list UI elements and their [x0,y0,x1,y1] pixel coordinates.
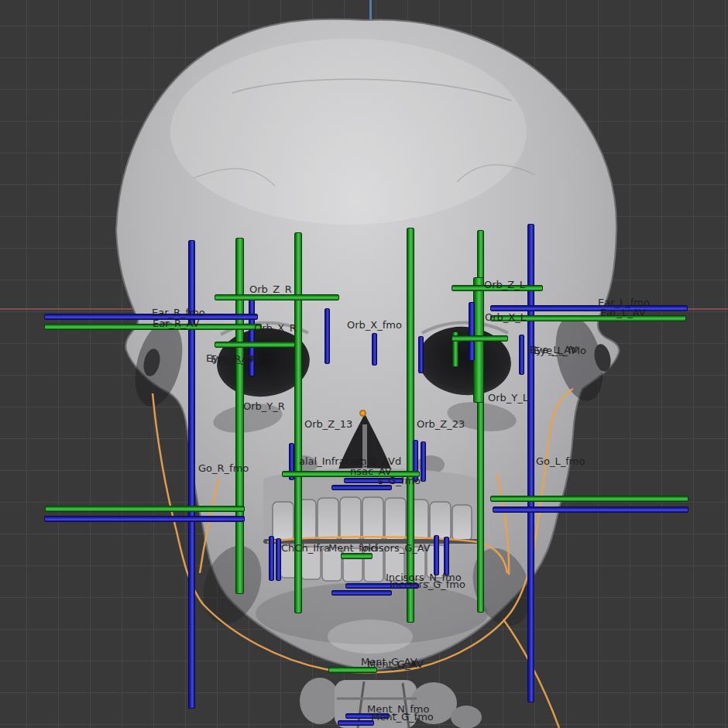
landmark-marker-bar-blue[interactable] [249,299,255,376]
origin-point-marker[interactable] [359,410,366,417]
landmark-marker-bar-blue[interactable] [527,224,534,702]
landmark-marker-bar-blue[interactable] [344,478,403,483]
landmark-marker-bar-blue[interactable] [372,333,377,366]
landmark-marker-bar-green[interactable] [215,342,295,348]
landmark-marker-bar-green[interactable] [328,667,377,673]
landmark-marker-bar-blue[interactable] [345,713,390,719]
landmark-marker-bar-blue[interactable] [469,302,475,361]
landmark-marker-bar-blue[interactable] [493,507,689,513]
landmark-marker-bar-blue[interactable] [418,336,424,373]
landmark-marker-bar-green[interactable] [294,232,302,613]
landmark-marker-bar-green[interactable] [45,506,245,512]
landmark-marker-bar-blue[interactable] [490,305,688,311]
landmark-marker-bar-blue[interactable] [44,516,245,522]
3d-viewport: Orb_Z_REar_R_fmoEar_R_AVOrb_X_ROrb_X_fmo… [0,0,728,728]
landmark-marker-bar-green[interactable] [452,285,543,291]
landmark-marker-bar-blue[interactable] [434,535,439,575]
landmark-marker-bar-blue[interactable] [325,308,330,364]
landmark-marker-bar-blue[interactable] [269,536,274,581]
landmark-marker-bar-green[interactable] [44,324,262,330]
markers-layer [0,0,728,728]
landmark-marker-bar-blue[interactable] [338,720,374,726]
landmark-marker-bar-blue[interactable] [421,441,426,482]
landmark-marker-bar-blue[interactable] [276,538,281,581]
landmark-marker-bar-green[interactable] [490,315,686,321]
landmark-marker-bar-blue[interactable] [519,335,524,375]
landmark-marker-bar-blue[interactable] [345,583,419,589]
landmark-marker-bar-blue[interactable] [188,240,195,709]
landmark-marker-bar-green[interactable] [341,553,373,559]
landmark-marker-bar-green[interactable] [452,335,508,342]
landmark-marker-bar-green[interactable] [282,471,420,477]
landmark-marker-bar-blue[interactable] [331,590,392,596]
landmark-marker-bar-green[interactable] [407,228,414,623]
landmark-marker-bar-green[interactable] [235,238,244,594]
landmark-marker-bar-blue[interactable] [331,485,392,490]
landmark-marker-bar-blue[interactable] [444,537,449,575]
landmark-marker-bar-green[interactable] [490,496,689,502]
landmark-marker-bar-blue[interactable] [44,314,258,320]
landmark-marker-bar-green[interactable] [215,294,339,300]
